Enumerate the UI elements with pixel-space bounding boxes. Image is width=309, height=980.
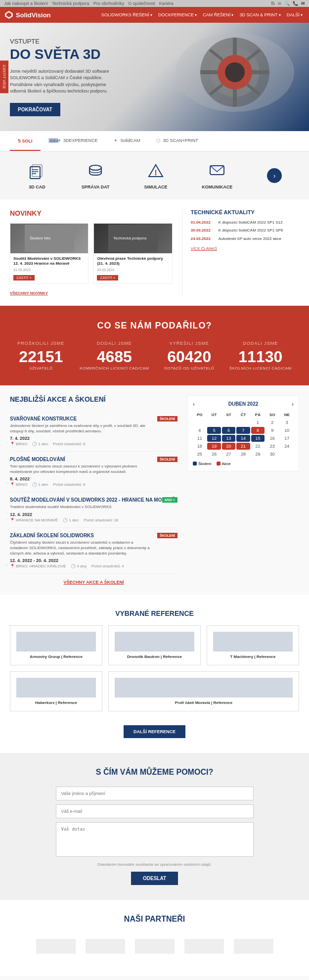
all-events-link[interactable]: VŠECHNY AKCE A ŠKOLENÍ [10, 580, 177, 585]
nav-item-dockperience[interactable]: DOCKPERIENCE [156, 11, 199, 18]
email-icon[interactable]: ✉ [301, 1, 305, 6]
cal-day-11[interactable]: 7 [236, 427, 250, 434]
cal-day-10[interactable]: 6 [222, 427, 235, 434]
stat-label-4-bottom: ŠKOLNÍCH LICENCÍ CAD/CAM [229, 366, 292, 371]
news-side: TECHNICKÉ AKTUALITY 01.04.2022 K dispozi… [182, 209, 299, 296]
partner-logo-4 [184, 939, 224, 954]
cal-day-31: 27 [222, 451, 235, 458]
legend-dot-skoleni [193, 462, 197, 466]
calendar-prev[interactable]: ‹ [193, 401, 195, 408]
contact-title: S ČÍM VÁM MŮŽEME POMOCI? [10, 768, 299, 777]
event-1-duration-icon: 🕐 1 den [32, 442, 48, 446]
references-section: VYBRANÉ REFERENCE Armoviry Group | Refer… [0, 595, 309, 753]
events-main: NEJBLIŽŠÍ AKCE A ŠKOLENÍ SVAŘOVANÉ KONST… [10, 395, 177, 585]
event-item-4: ZÁKLADNÍ ŠKOLENÍ SOLIDWORKS ŠKOLENÍ Čtyř… [10, 528, 177, 574]
contact-form: Odesláním formuláře souhlasíte se zpraco… [56, 787, 254, 885]
logo[interactable]: SolidVision [4, 10, 51, 20]
cal-day-19[interactable]: 15 [251, 435, 265, 442]
topbar-link-4[interactable]: O společnosti [128, 1, 155, 6]
topbar-link-5[interactable]: Kariéra [159, 1, 174, 6]
tab-scan-label: 3D SCAN+PRINT [163, 138, 198, 143]
news-card-1-body: Soutěž Modelování v SOLIDWORKS 12. 4. 20… [10, 253, 88, 283]
cal-day-12[interactable]: 8 [251, 427, 265, 434]
cal-day-26: 22 [251, 443, 265, 450]
search-icon[interactable]: 🔍 [284, 1, 290, 6]
events-title: NEJBLIŽŠÍ AKCE A ŠKOLENÍ [10, 395, 177, 403]
top-bar-links: Jak nakoupit a školení Technická podpora… [4, 1, 174, 6]
hero-cta-button[interactable]: POKRAČOVAT [10, 103, 60, 116]
scroll-right-button[interactable]: › [267, 168, 282, 183]
nav-item-cam[interactable]: CAM ŘEŠENÍ [200, 11, 236, 18]
ref-title-3: T Machinery | Reference [213, 654, 293, 659]
svg-point-23 [89, 165, 101, 170]
cal-day-30: 26 [207, 451, 221, 458]
cal-day-14: 10 [280, 427, 294, 434]
tech-text-3: Autodeskt SP auto verze 2022 akce [219, 236, 281, 241]
cal-day-24[interactable]: 20 [222, 443, 235, 450]
topbar-link-1[interactable]: Jak nakoupit a školení [4, 1, 48, 6]
all-news-link[interactable]: VŠECHNY NOVINKY [10, 291, 48, 295]
partners-logos [10, 932, 299, 961]
tab-solidcam[interactable]: ✦ SolidCAM [106, 131, 148, 151]
events-calendar: ‹ DUBEN 2022 › PO ÚT ST ČT PÁ SO NE 1234… [187, 395, 299, 585]
news-image-1: Školení foto [10, 224, 88, 253]
event-3-location-icon: 📍 HRANICE NA MORAVĚ [10, 518, 58, 522]
calendar-next[interactable]: › [292, 401, 294, 408]
hero-content: VSTUPTE DO SVĚTA 3D Jsme největší autori… [10, 38, 299, 116]
calendar-grid: PO ÚT ST ČT PÁ SO NE 1234567891011121314… [193, 412, 294, 458]
contact-name-input[interactable] [56, 787, 254, 800]
tech-date-3: 24.03.2022 [191, 236, 216, 241]
event-1-date: 7. 4. 2022 [10, 436, 177, 441]
nav-item-solidworks[interactable]: SOLIDWORKS ŘEŠENÍ [99, 11, 155, 18]
news-cards: Školení foto Soutěž Modelování v SOLIDWO… [10, 223, 173, 284]
nav-item-scan[interactable]: 3D SCAN & PRINT [237, 11, 283, 18]
cal-day-17[interactable]: 13 [222, 435, 235, 442]
tab-solidworks[interactable]: 𝕊 SOLIDWORKS [10, 131, 41, 151]
cal-day-23[interactable]: 19 [207, 443, 221, 450]
stat-label-2-bottom: KOMERČNÍCH LICENCÍ CAD/CAM [80, 366, 149, 371]
event-item-1: SVAŘOVANÉ KONSTRUKCE ŠKOLENÍ Jednodenní … [10, 411, 177, 452]
contact-email-input[interactable] [56, 804, 254, 818]
event-3-desc: Tradiční studenstská soutěž Modelování v… [10, 504, 152, 510]
cal-day-27: 23 [265, 443, 279, 450]
hero-subtitle: VSTUPTE [10, 38, 299, 45]
news-card-1-btn[interactable]: ZJISTIT » [13, 275, 35, 280]
scan-icon: ⬡ [156, 138, 160, 143]
linkedin-icon[interactable]: in [278, 1, 281, 6]
calendar-header: ‹ DUBEN 2022 › [193, 401, 294, 408]
tech-all-link[interactable]: VÍCE ČLÁNKŮ [191, 246, 217, 251]
hero-sidebar[interactable]: ZJISTIT VÍCE [0, 61, 8, 93]
nav-item-dalsi[interactable]: DALŠÍ [284, 11, 305, 18]
tech-date-2: 30.03.2022 [191, 228, 216, 233]
facebook-icon[interactable]: fb [271, 1, 275, 6]
news-card-2-btn[interactable]: ZJISTIT » [97, 275, 118, 280]
feature-simulace[interactable]: SIMULACE [144, 162, 167, 189]
topbar-link-2[interactable]: Technická podpora [52, 1, 89, 6]
tab-3dexperience[interactable]: 3DEXP 3DEXPERIENCE [41, 131, 106, 151]
solidworks-icon: 𝕊 SOLIDWORKS [18, 137, 33, 144]
contact-message-input[interactable] [56, 822, 254, 857]
cal-header-so: SO [265, 412, 279, 418]
cal-day-25[interactable]: 21 [236, 443, 250, 450]
cal-day-16[interactable]: 12 [207, 435, 221, 442]
main-nav: SolidVision SOLIDWORKS ŘEŠENÍ DOCKPERIEN… [0, 7, 309, 23]
feature-sprava-dat[interactable]: SPRÁVA DAT [82, 162, 110, 189]
tab-scan[interactable]: ⬡ 3D SCAN+PRINT [148, 131, 206, 151]
feature-komunikace[interactable]: KOMUNIKACE [202, 162, 232, 189]
hero-section: ZJISTIT VÍCE VSTUPTE DO SVĚTA 3D Jsme ne… [0, 23, 309, 131]
ref-card-5: Profi části Moravia | Reference [108, 671, 299, 711]
topbar-link-3[interactable]: Pro obchodníky [93, 1, 125, 6]
top-bar: Jak nakoupit a školení Technická podpora… [0, 0, 309, 7]
ref-title-1: Armoviry Group | Reference [16, 654, 96, 659]
cal-day-9[interactable]: 5 [207, 427, 221, 434]
more-references-button[interactable]: DALŠÍ REFERENCE [124, 725, 185, 738]
cal-day-18[interactable]: 14 [236, 435, 250, 442]
contact-submit-button[interactable]: ODESLAT [131, 872, 178, 885]
stats-question: CO SE NÁM PODAŘILO? [10, 321, 299, 331]
event-3-duration-icon: 🕐 1 den [63, 518, 79, 522]
ref-card-1: Armoviry Group | Reference [10, 625, 102, 665]
phone-icon[interactable]: 📞 [293, 1, 298, 6]
feature-3dcad[interactable]: 3D CAD [27, 162, 47, 189]
stat-number-1: 22151 [17, 348, 64, 366]
comm-icon [207, 162, 227, 182]
